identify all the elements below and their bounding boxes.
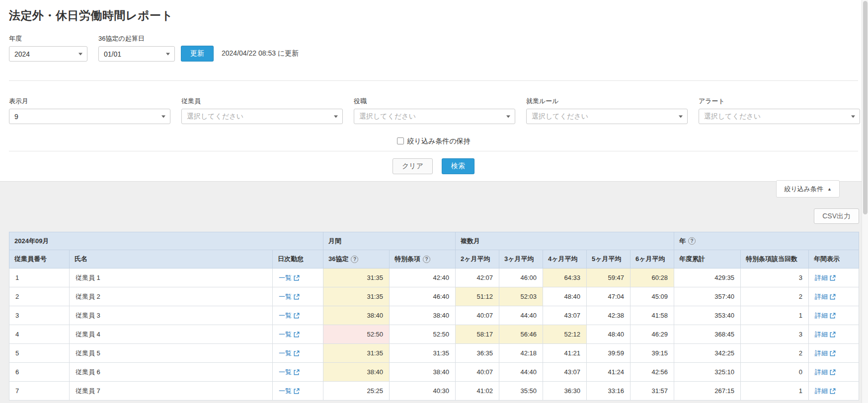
csv-row: CSV出力 bbox=[9, 182, 859, 224]
daily-attendance-link[interactable]: 一覧 bbox=[279, 292, 300, 301]
agreement-start-select[interactable]: 01/01 bbox=[98, 46, 175, 62]
cell-avg-6m: 42:56 bbox=[631, 363, 674, 382]
external-link-icon bbox=[830, 275, 836, 281]
action-row: クリア 検索 bbox=[9, 151, 858, 181]
table-row: 2従業員 2一覧31:3546:4051:1252:0348:4047:0445… bbox=[9, 287, 859, 306]
cell-avg-4m: 48:40 bbox=[543, 287, 587, 306]
cell-fiscal-total: 429:35 bbox=[674, 269, 741, 287]
daily-attendance-link[interactable]: 一覧 bbox=[279, 330, 300, 339]
daily-attendance-link[interactable]: 一覧 bbox=[279, 349, 300, 358]
top-filter-row: 年度 2024 36協定の起算日 01/01 更新 2024/04/22 08:… bbox=[9, 34, 858, 62]
cell-avg-6m: 46:29 bbox=[631, 325, 674, 344]
group-header-label: 2024年09月 bbox=[14, 237, 49, 245]
cell-avg-2m: 51:12 bbox=[456, 287, 499, 306]
yearly-detail-link[interactable]: 詳細 bbox=[815, 387, 836, 396]
cell-avg-5m: 41:24 bbox=[587, 363, 631, 382]
yearly-detail-link[interactable]: 詳細 bbox=[815, 349, 836, 358]
external-link-icon bbox=[830, 350, 836, 356]
cell-agreement36: 52:50 bbox=[323, 325, 390, 344]
filter-collapse-toggle[interactable]: 絞り込み条件 ▲ bbox=[776, 180, 840, 198]
cell-agreement36: 31:35 bbox=[323, 269, 390, 287]
filter-collapse-label: 絞り込み条件 bbox=[784, 185, 823, 194]
link-label: 一覧 bbox=[279, 387, 292, 396]
cell-daily-attendance: 一覧 bbox=[273, 325, 323, 344]
cell-employee-name: 従業員 5 bbox=[70, 344, 273, 363]
cell-daily-attendance: 一覧 bbox=[273, 269, 323, 287]
yearly-detail-link[interactable]: 詳細 bbox=[815, 311, 836, 320]
chevron-down-icon bbox=[679, 115, 683, 118]
group-header-year: 年? bbox=[674, 232, 859, 250]
csv-export-button[interactable]: CSV出力 bbox=[814, 208, 859, 224]
scrollbar[interactable] bbox=[862, 0, 868, 403]
group-header-current-month: 2024年09月 bbox=[9, 232, 323, 250]
external-link-icon bbox=[294, 350, 300, 356]
column-header-label: 氏名 bbox=[75, 255, 87, 263]
keep-filter-checkbox[interactable] bbox=[397, 137, 404, 144]
cell-yearly-view: 詳細 bbox=[809, 344, 859, 363]
daily-attendance-link[interactable]: 一覧 bbox=[279, 311, 300, 320]
cell-avg-4m: 36:30 bbox=[543, 382, 587, 401]
table-row: 7従業員 7一覧25:2540:3041:0235:5036:3033:1631… bbox=[9, 382, 859, 401]
position-select[interactable]: 選択してください bbox=[354, 109, 515, 124]
group-header-monthly: 月間 bbox=[323, 232, 456, 250]
yearly-detail-link[interactable]: 詳細 bbox=[815, 330, 836, 339]
update-button[interactable]: 更新 bbox=[181, 46, 214, 62]
work-rule-select[interactable]: 選択してください bbox=[526, 109, 688, 124]
cell-avg-3m: 56:46 bbox=[499, 325, 543, 344]
cell-special-clause-count: 1 bbox=[741, 306, 809, 325]
cell-avg-2m: 40:07 bbox=[456, 363, 499, 382]
employee-select[interactable]: 選択してください bbox=[181, 109, 343, 124]
external-link-icon bbox=[830, 388, 836, 394]
yearly-detail-link[interactable]: 詳細 bbox=[815, 273, 836, 282]
external-link-icon bbox=[830, 313, 836, 319]
cell-fiscal-total: 267:15 bbox=[674, 382, 741, 401]
link-label: 一覧 bbox=[279, 273, 292, 282]
column-header-avg-4m: 4ヶ月平均 bbox=[543, 250, 587, 269]
daily-attendance-link[interactable]: 一覧 bbox=[279, 273, 300, 282]
cell-avg-5m: 47:04 bbox=[587, 287, 631, 306]
link-label: 詳細 bbox=[815, 368, 828, 377]
cell-daily-attendance: 一覧 bbox=[273, 382, 323, 401]
keep-filter-label[interactable]: 絞り込み条件の保持 bbox=[397, 137, 471, 145]
daily-attendance-link[interactable]: 一覧 bbox=[279, 368, 300, 377]
table-row: 5従業員 5一覧31:3531:3536:3542:1841:2139:5939… bbox=[9, 344, 859, 363]
keep-filter-row: 絞り込み条件の保持 bbox=[9, 137, 858, 146]
yearly-detail-link[interactable]: 詳細 bbox=[815, 368, 836, 377]
cell-agreement36: 25:25 bbox=[323, 382, 390, 401]
scrollbar-thumb[interactable] bbox=[863, 1, 868, 214]
cell-employee-name: 従業員 4 bbox=[70, 325, 273, 344]
cell-avg-6m: 60:28 bbox=[631, 269, 674, 287]
filter-panel: 法定外・休日労働時間レポート 年度 2024 36協定の起算日 01/01 更新… bbox=[0, 0, 868, 181]
alert-placeholder: 選択してください bbox=[704, 112, 761, 121]
alert-select[interactable]: 選択してください bbox=[699, 109, 860, 124]
display-month-label: 表示月 bbox=[9, 97, 170, 106]
daily-attendance-link[interactable]: 一覧 bbox=[279, 387, 300, 396]
display-month-select[interactable]: 9 bbox=[9, 109, 170, 124]
agreement-start-label: 36協定の起算日 bbox=[98, 34, 175, 43]
cell-avg-4m: 41:21 bbox=[543, 344, 587, 363]
cell-avg-5m: 33:16 bbox=[587, 382, 631, 401]
search-filter-row: 表示月 9 従業員 選択してください 役職 選択してください 就業ルール 選択し… bbox=[9, 97, 858, 124]
column-header-special-clause: 特別条項? bbox=[390, 250, 456, 269]
cell-employee-no: 4 bbox=[9, 325, 70, 344]
cell-special-clause: 31:35 bbox=[390, 344, 456, 363]
cell-avg-3m: 44:40 bbox=[499, 363, 543, 382]
fiscal-year-select[interactable]: 2024 bbox=[9, 46, 87, 62]
cell-yearly-view: 詳細 bbox=[809, 306, 859, 325]
search-button[interactable]: 検索 bbox=[442, 158, 474, 174]
help-icon[interactable]: ? bbox=[688, 237, 696, 245]
column-header-avg-3m: 3ヶ月平均 bbox=[499, 250, 543, 269]
cell-avg-4m: 43:07 bbox=[543, 363, 587, 382]
clear-button[interactable]: クリア bbox=[393, 158, 433, 174]
help-icon[interactable]: ? bbox=[423, 256, 430, 263]
yearly-detail-link[interactable]: 詳細 bbox=[815, 292, 836, 301]
chevron-down-icon bbox=[506, 115, 510, 118]
cell-yearly-view: 詳細 bbox=[809, 363, 859, 382]
help-icon[interactable]: ? bbox=[351, 256, 358, 263]
link-label: 詳細 bbox=[815, 387, 828, 396]
cell-avg-5m: 59:47 bbox=[587, 269, 631, 287]
cell-yearly-view: 詳細 bbox=[809, 382, 859, 401]
cell-special-clause: 38:40 bbox=[390, 363, 456, 382]
table-row: 6従業員 6一覧38:4038:4040:0744:4043:0741:2442… bbox=[9, 363, 859, 382]
chevron-down-icon bbox=[334, 115, 338, 118]
